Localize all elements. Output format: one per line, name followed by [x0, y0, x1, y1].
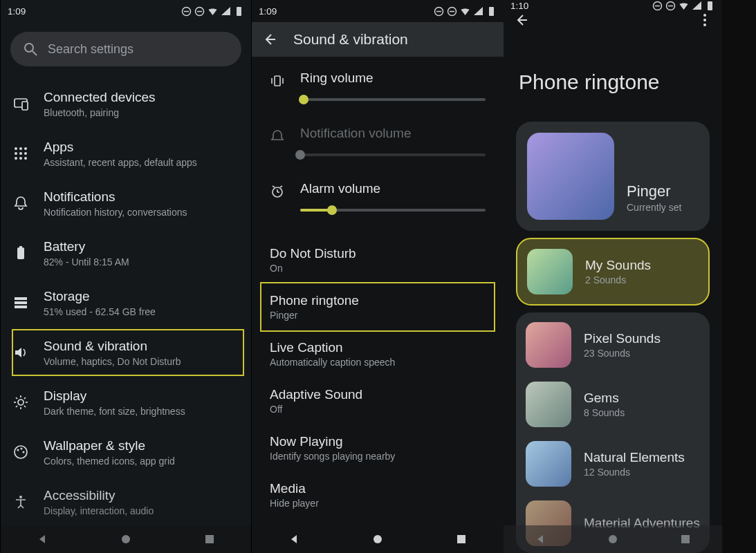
ring-volume-row[interactable]: Ring volume	[270, 71, 486, 101]
status-icons	[434, 6, 497, 17]
item-notifications[interactable]: NotificationsNotification history, conve…	[1, 178, 251, 228]
clock: 1:10	[510, 1, 528, 11]
nav-back-icon[interactable]	[37, 534, 48, 545]
categories-group: Pixel Sounds 23 Sounds Gems 8 Sounds Nat…	[516, 312, 710, 553]
accessibility-icon	[13, 494, 28, 509]
ring-volume-slider[interactable]	[300, 98, 486, 101]
wifi-icon	[460, 6, 470, 17]
wifi-icon	[208, 6, 218, 17]
svg-rect-18	[17, 247, 24, 259]
status-bar: 1:09	[1, 0, 251, 22]
dnd-icon	[434, 6, 444, 17]
nav-home-icon[interactable]	[120, 534, 131, 545]
svg-rect-40	[436, 10, 441, 11]
svg-point-64	[609, 535, 617, 543]
ringtone-thumbnail	[527, 133, 614, 220]
phone-ringtone-screen: 1:10 Phone ringtone Pinger Currently set…	[504, 0, 722, 553]
nav-bar	[1, 525, 251, 553]
svg-point-14	[24, 152, 27, 155]
svg-line-29	[24, 406, 26, 407]
svg-point-15	[15, 157, 17, 160]
svg-rect-54	[457, 535, 465, 543]
item-battery[interactable]: Battery82% - Until 8:15 AM	[1, 228, 251, 278]
item-sound-vibration[interactable]: Sound & vibrationVolume, haptics, Do Not…	[1, 328, 251, 377]
svg-line-52	[280, 186, 282, 187]
svg-rect-1	[184, 10, 189, 11]
item-apps[interactable]: AppsAssistant, recent apps, default apps	[1, 129, 251, 178]
nav-recent-icon[interactable]	[456, 534, 467, 545]
bell-icon	[13, 196, 28, 211]
nav-home-icon[interactable]	[607, 534, 618, 545]
nav-bar	[252, 525, 504, 553]
row-dnd[interactable]: Do Not Disturb On	[270, 236, 486, 283]
header-row: Sound & vibration	[252, 22, 504, 57]
svg-point-63	[703, 24, 706, 26]
category-thumbnail	[526, 441, 571, 487]
notification-volume-row: Notification volume	[270, 126, 486, 156]
svg-point-53	[374, 535, 382, 543]
overflow-menu-icon[interactable]	[697, 12, 712, 28]
svg-rect-56	[655, 5, 660, 6]
volume-icon	[13, 345, 28, 360]
clock: 1:09	[259, 6, 277, 17]
category-thumbnail	[526, 322, 571, 368]
sound-settings-body: Ring volume Notification volume Alarm vo…	[252, 57, 504, 525]
battery-icon	[234, 6, 244, 17]
row-live-caption[interactable]: Live Caption Automatically caption speec…	[270, 330, 486, 377]
nav-home-icon[interactable]	[372, 534, 383, 545]
svg-point-35	[23, 451, 25, 453]
item-accessibility[interactable]: AccessibilityDisplay, interaction, audio	[1, 477, 251, 527]
nav-recent-icon[interactable]	[204, 534, 215, 545]
back-arrow-icon[interactable]	[513, 12, 528, 28]
dnd-icon	[652, 1, 663, 11]
svg-rect-38	[205, 535, 214, 543]
svg-point-37	[122, 535, 130, 543]
vibrate-icon	[270, 73, 285, 91]
devices-icon	[13, 96, 28, 111]
battery-portrait-icon	[13, 245, 28, 261]
back-arrow-icon[interactable]	[261, 32, 277, 47]
row-media[interactable]: Media Hide player	[270, 471, 486, 518]
item-connected-devices[interactable]: Connected devicesBluetooth, pairing	[1, 79, 251, 129]
category-natural-elements[interactable]: Natural Elements 12 Sounds	[516, 434, 710, 494]
alarm-volume-slider[interactable]	[300, 209, 486, 212]
svg-point-32	[15, 446, 27, 458]
signal-icon	[692, 1, 702, 11]
row-phone-ringtone[interactable]: Phone ringtone Pinger	[270, 283, 486, 330]
nav-recent-icon[interactable]	[680, 534, 691, 545]
search-settings[interactable]: Search settings	[10, 32, 241, 66]
status-bar: 1:10	[504, 0, 722, 11]
alarm-volume-row[interactable]: Alarm volume	[270, 181, 486, 212]
svg-rect-59	[708, 1, 712, 10]
status-icons	[181, 6, 244, 17]
category-my-sounds[interactable]: My Sounds 2 Sounds	[516, 238, 710, 306]
priority-icon	[665, 1, 676, 11]
nav-back-icon[interactable]	[535, 534, 546, 545]
row-now-playing[interactable]: Now Playing Identify songs playing nearb…	[270, 424, 486, 471]
nav-back-icon[interactable]	[288, 534, 299, 545]
row-adaptive-sound[interactable]: Adaptive Sound Off	[270, 377, 486, 424]
svg-line-30	[16, 406, 17, 407]
sound-vibration-screen: 1:09 Sound & vibration Ring volume Notif…	[252, 0, 504, 553]
item-wallpaper[interactable]: Wallpaper & styleColors, themed icons, a…	[1, 427, 251, 477]
page-title: Phone ringtone	[504, 29, 722, 122]
priority-icon	[194, 6, 205, 17]
settings-root-screen: 1:09 Search settings Connected devicesBl…	[0, 0, 252, 553]
svg-point-13	[19, 152, 22, 155]
notification-off-icon	[270, 129, 285, 147]
svg-point-5	[25, 44, 33, 52]
header-title: Sound & vibration	[293, 31, 408, 48]
item-storage[interactable]: Storage51% used - 62.54 GB free	[1, 278, 251, 328]
svg-point-12	[15, 152, 17, 155]
search-placeholder: Search settings	[48, 42, 133, 57]
svg-point-33	[17, 449, 19, 451]
category-pixel-sounds[interactable]: Pixel Sounds 23 Sounds	[516, 315, 710, 375]
svg-rect-21	[15, 301, 27, 304]
svg-line-51	[273, 186, 275, 187]
svg-rect-19	[19, 246, 22, 248]
current-ringtone-tile[interactable]: Pinger Currently set	[516, 122, 710, 231]
svg-point-36	[19, 496, 22, 498]
svg-rect-20	[15, 297, 27, 300]
category-gems[interactable]: Gems 8 Sounds	[516, 375, 710, 434]
item-display[interactable]: DisplayDark theme, font size, brightness	[1, 377, 251, 427]
